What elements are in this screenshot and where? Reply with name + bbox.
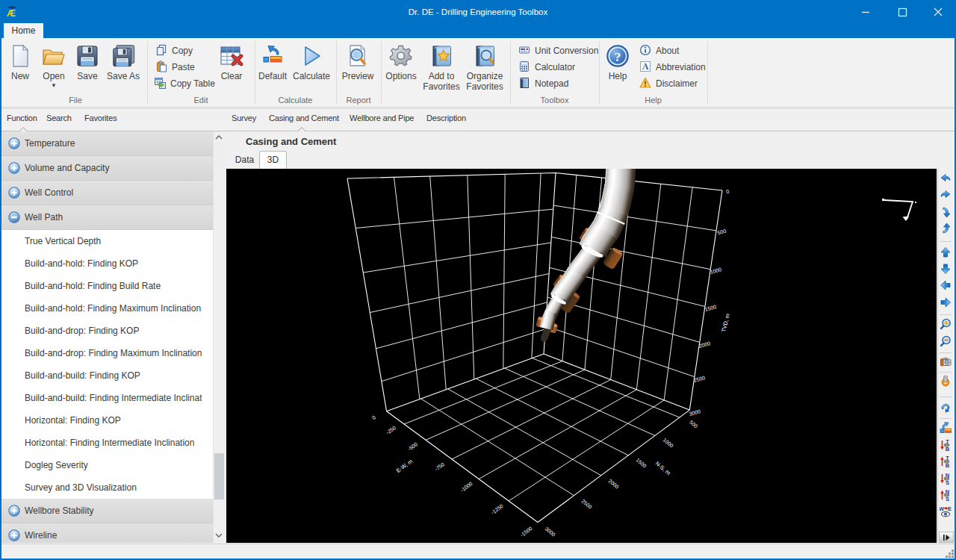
svg-text:B: B bbox=[946, 462, 950, 468]
svg-text:S: S bbox=[946, 479, 949, 485]
svg-text:W: W bbox=[940, 505, 945, 512]
svg-text:Æ: Æ bbox=[7, 8, 16, 19]
svg-text:A: A bbox=[642, 61, 649, 72]
svg-text:?: ? bbox=[615, 50, 621, 64]
svg-text:S: S bbox=[946, 496, 949, 502]
svg-text:E: E bbox=[948, 505, 952, 512]
svg-text:B: B bbox=[946, 446, 950, 452]
